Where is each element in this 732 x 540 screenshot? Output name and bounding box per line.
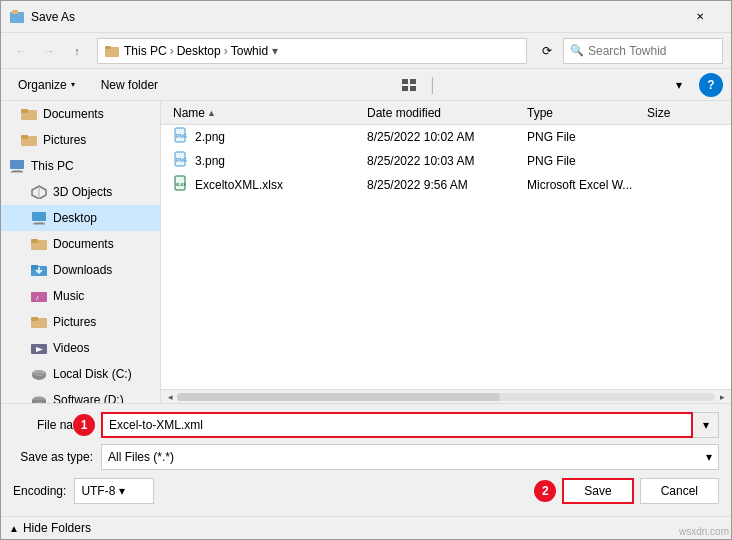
breadcrumb-bar[interactable]: This PC › Desktop › Towhid ▾ <box>97 38 527 64</box>
sidebar-item-local-disk-c[interactable]: Local Disk (C:) <box>1 361 160 387</box>
sidebar-item-pictures[interactable]: Pictures <box>1 127 160 153</box>
view-dropdown-button[interactable]: ▾ <box>667 73 691 97</box>
view-toggle-button[interactable] <box>397 73 421 97</box>
sidebar-item-software-d[interactable]: Software (D:) <box>1 387 160 403</box>
save-as-dialog: Save As ✕ ← → ↑ This PC › Desktop › Towh… <box>0 0 732 540</box>
sidebar-item-desktop[interactable]: Desktop <box>1 205 160 231</box>
dialog-icon <box>9 9 25 25</box>
svg-text:♪: ♪ <box>35 293 39 302</box>
file-name-row: File name: 1 ▾ <box>13 412 719 438</box>
svg-rect-4 <box>402 79 408 84</box>
file-type-cell: PNG File <box>523 130 643 144</box>
xlsx-icon: XLSX <box>173 175 189 194</box>
scrollbar-thumb[interactable] <box>177 393 500 401</box>
dialog-title: Save As <box>31 10 677 24</box>
save-button[interactable]: Save <box>562 478 633 504</box>
dropdown-arrow: ▾ <box>706 450 712 464</box>
scrollbar-track[interactable] <box>177 393 715 401</box>
scroll-left-arrow[interactable]: ◂ <box>163 392 177 402</box>
action-buttons: 2 Save Cancel <box>562 478 719 504</box>
header-name[interactable]: Name ▲ <box>169 106 363 120</box>
view-divider: │ <box>429 77 438 93</box>
folder-icon <box>21 106 37 122</box>
pictures-icon <box>21 132 37 148</box>
search-input[interactable] <box>588 44 716 58</box>
file-name-cell: PNG 3.png <box>169 151 363 170</box>
save-as-type-group: All Files (*.*) ▾ <box>101 444 719 470</box>
file-type-cell: PNG File <box>523 154 643 168</box>
watermark: wsxdn.com <box>679 526 729 537</box>
disk-d-icon <box>31 392 47 403</box>
save-as-type-label: Save as type: <box>13 450 93 464</box>
close-button[interactable]: ✕ <box>677 1 723 33</box>
encoding-area: Encoding: UTF-8 ▾ <box>13 478 554 504</box>
breadcrumb-dropdown-arrow[interactable]: ▾ <box>272 44 278 58</box>
file-name-cell: PNG 2.png <box>169 127 363 146</box>
svg-rect-12 <box>10 160 24 169</box>
svg-rect-24 <box>31 292 47 302</box>
file-modified-cell: 8/25/2022 10:03 AM <box>363 154 523 168</box>
sidebar-item-3d-objects[interactable]: 3D Objects <box>1 179 160 205</box>
navigation-toolbar: ← → ↑ This PC › Desktop › Towhid ▾ ⟳ 🔍 <box>1 33 731 69</box>
pictures2-icon <box>31 314 47 330</box>
svg-rect-9 <box>21 109 28 113</box>
table-row[interactable]: PNG 2.png 8/25/2022 10:02 AM PNG File <box>161 125 731 149</box>
png-icon: PNG <box>173 151 189 170</box>
sidebar-item-videos[interactable]: Videos <box>1 335 160 361</box>
downloads-icon <box>31 262 47 278</box>
action-bar: Organize ▾ New folder │ ▾ ? <box>1 69 731 101</box>
file-name-dropdown-button[interactable]: ▾ <box>693 412 719 438</box>
file-name-input[interactable] <box>101 412 693 438</box>
sidebar-item-pictures2[interactable]: Pictures <box>1 309 160 335</box>
file-list-header: Name ▲ Date modified Type Size <box>161 101 731 125</box>
svg-rect-5 <box>410 79 416 84</box>
breadcrumb-towhid[interactable]: Towhid <box>231 44 268 58</box>
file-list: PNG 2.png 8/25/2022 10:02 AM PNG File PN… <box>161 125 731 389</box>
horizontal-scrollbar[interactable]: ◂ ▸ <box>161 389 731 403</box>
cancel-button[interactable]: Cancel <box>640 478 719 504</box>
organize-button[interactable]: Organize ▾ <box>9 73 84 97</box>
bottom-buttons-row: Encoding: UTF-8 ▾ 2 Save Cancel <box>13 478 719 504</box>
header-type[interactable]: Type <box>523 106 643 120</box>
save-as-type-dropdown[interactable]: All Files (*.*) ▾ <box>101 444 719 470</box>
header-date-modified[interactable]: Date modified <box>363 106 523 120</box>
breadcrumb-desktop[interactable]: Desktop <box>177 44 221 58</box>
table-row[interactable]: XLSX ExceltoXML.xlsx 8/25/2022 9:56 AM M… <box>161 173 731 197</box>
search-icon: 🔍 <box>570 44 584 57</box>
file-type-cell: Microsoft Excel W... <box>523 178 643 192</box>
refresh-button[interactable]: ⟳ <box>535 39 559 63</box>
new-folder-button[interactable]: New folder <box>92 73 167 97</box>
up-button[interactable]: ↑ <box>65 39 89 63</box>
svg-rect-21 <box>31 239 38 243</box>
3d-objects-icon <box>31 184 47 200</box>
search-box: 🔍 <box>563 38 723 64</box>
svg-rect-14 <box>11 171 23 173</box>
svg-rect-35 <box>32 400 46 402</box>
help-button[interactable]: ? <box>699 73 723 97</box>
svg-rect-23 <box>31 265 38 269</box>
folder-docs-icon <box>31 236 47 252</box>
table-row[interactable]: PNG 3.png 8/25/2022 10:03 AM PNG File <box>161 149 731 173</box>
main-area: Documents Pictures This PC <box>1 101 731 403</box>
sidebar-item-this-pc[interactable]: This PC <box>1 153 160 179</box>
breadcrumb-this-pc[interactable]: This PC <box>124 44 167 58</box>
content-area: Name ▲ Date modified Type Size <box>161 101 731 403</box>
scroll-right-arrow[interactable]: ▸ <box>715 392 729 402</box>
header-size[interactable]: Size <box>643 106 723 120</box>
svg-text:XLSX: XLSX <box>176 182 187 187</box>
encoding-dropdown-arrow: ▾ <box>119 484 125 498</box>
sidebar-item-downloads[interactable]: Downloads <box>1 257 160 283</box>
forward-button[interactable]: → <box>37 39 61 63</box>
encoding-dropdown[interactable]: UTF-8 ▾ <box>74 478 154 504</box>
sidebar-item-music[interactable]: ♪ Music <box>1 283 160 309</box>
save-as-type-row: Save as type: All Files (*.*) ▾ <box>13 444 719 470</box>
disk-c-icon <box>31 366 47 382</box>
file-name-cell: XLSX ExceltoXML.xlsx <box>169 175 363 194</box>
hide-folders-toggle[interactable]: ▲ Hide Folders <box>1 516 731 539</box>
badge-1: 1 <box>73 414 95 436</box>
sidebar-item-documents[interactable]: Documents <box>1 101 160 127</box>
sidebar: Documents Pictures This PC <box>1 101 161 403</box>
organize-dropdown-arrow: ▾ <box>71 80 75 89</box>
back-button[interactable]: ← <box>9 39 33 63</box>
sidebar-item-documents2[interactable]: Documents <box>1 231 160 257</box>
